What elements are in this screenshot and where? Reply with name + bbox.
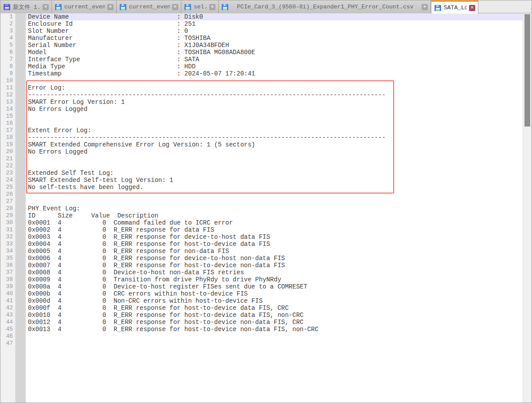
line-number: 42 (0, 304, 15, 312)
close-icon[interactable]: ✕ (422, 4, 428, 10)
tab-bar: 新文件 1.txt✕current_event.txt✕current_even… (0, 0, 532, 13)
text-editor-window: 新文件 1.txt✕current_event.txt✕current_even… (0, 0, 532, 403)
tab-label: 新文件 1.txt (13, 3, 40, 11)
close-icon[interactable]: ✕ (172, 4, 178, 10)
line-number: 8 (0, 63, 15, 70)
code-line (26, 77, 523, 84)
code-line: No Errors Logged (26, 106, 523, 113)
floppy-disk-saved-icon (184, 4, 192, 11)
code-line: Timestamp : 2024-05-07 17:20:41 (26, 70, 523, 77)
tab-2[interactable]: current_event.txt✕ (117, 0, 181, 13)
code-line: 0x0012 4 0 R_ERR response for host-to-de… (26, 319, 523, 326)
line-number: 39 (0, 283, 15, 290)
code-line: Enclosure Id : 251 (26, 20, 523, 28)
code-line: 0x0006 4 0 R_ERR response for device-to-… (26, 255, 523, 262)
line-number: 25 (0, 184, 15, 191)
line-number: 20 (0, 148, 15, 155)
code-line: Interface Type : SATA (26, 56, 523, 63)
line-number: 12 (0, 91, 15, 99)
code-line (26, 340, 523, 347)
code-line: Manufacturer : TOSHIBA (26, 35, 523, 42)
code-line: 0x0002 4 0 R_ERR response for data FIS (26, 226, 523, 233)
line-number: 6 (0, 49, 15, 56)
editor-area[interactable]: 1234567891011121314151617181920212223242… (0, 13, 532, 403)
line-number: 32 (0, 233, 15, 241)
line-number: 18 (0, 134, 15, 141)
line-number-gutter: 1234567891011121314151617181920212223242… (0, 13, 15, 403)
tab-3[interactable]: sel.tar✕ (181, 0, 219, 13)
code-line: PHY Event Log: (26, 205, 523, 212)
code-line (26, 198, 523, 205)
code-line (26, 113, 523, 120)
line-number: 16 (0, 120, 15, 127)
tab-1[interactable]: current_event.txt✕ (52, 0, 117, 13)
code-line: Extended Self Test Log: (26, 170, 523, 177)
floppy-disk-modified-icon (3, 4, 11, 11)
tab-4[interactable]: PCIe_Card_3_(9560-8i)_Expander1_PHY_Erro… (219, 0, 431, 13)
fold-margin (15, 13, 26, 403)
code-line: ID Size Value Description (26, 212, 523, 219)
code-line: SMART Error Log Version: 1 (26, 99, 523, 106)
line-number: 3 (0, 28, 15, 35)
line-number: 2 (0, 20, 15, 28)
line-number: 46 (0, 333, 15, 340)
line-number: 7 (0, 56, 15, 63)
close-icon[interactable]: ✕ (209, 4, 215, 10)
line-number: 43 (0, 312, 15, 319)
code-line (26, 120, 523, 127)
code-line: 0x0013 4 0 R_ERR response for host-to-de… (26, 326, 523, 333)
line-number: 26 (0, 191, 15, 198)
line-number: 27 (0, 198, 15, 205)
code-line: 0x0009 4 0 Transition from drive PhyRdy … (26, 276, 523, 283)
tab-0[interactable]: 新文件 1.txt✕ (0, 0, 52, 13)
code-line: 0x000d 4 0 Non-CRC errors within host-to… (26, 297, 523, 304)
code-line: 0x000b 4 0 CRC errors within host-to-dev… (26, 290, 523, 297)
line-number: 44 (0, 319, 15, 326)
tab-label: PCIe_Card_3_(9560-8i)_Expander1_PHY_Erro… (231, 4, 419, 10)
line-number: 1 (0, 13, 15, 20)
code-line: Device Name : Disk0 (26, 13, 523, 20)
code-line: 0x0004 4 0 R_ERR response for host-to-de… (26, 241, 523, 248)
code-line (26, 333, 523, 340)
code-line: 0x0007 4 0 R_ERR response for host-to-de… (26, 262, 523, 269)
line-number: 47 (0, 340, 15, 347)
text-content[interactable]: Device Name : Disk0Enclosure Id : 251Slo… (26, 13, 523, 403)
line-number: 22 (0, 162, 15, 170)
code-line (26, 191, 523, 198)
code-line: SMART Extended Comprehensive Error Log V… (26, 141, 523, 148)
tab-label: SATA_Log (444, 4, 467, 11)
close-icon[interactable]: ✕ (469, 5, 475, 11)
code-line: 0x0008 4 0 Device-to-host non-data FIS r… (26, 269, 523, 276)
tab-label: sel.tar (194, 4, 207, 10)
code-line: Serial Number : X1J0A34BFDEH (26, 42, 523, 49)
code-line: 0x000f 4 0 R_ERR response for host-to-de… (26, 304, 523, 312)
code-line: Slot Number : 0 (26, 28, 523, 35)
code-line: 0x0010 4 0 R_ERR response for host-to-de… (26, 312, 523, 319)
line-number: 13 (0, 99, 15, 106)
line-number: 5 (0, 42, 15, 49)
scrollbar-thumb[interactable] (524, 14, 530, 126)
floppy-disk-saved-icon (221, 4, 229, 11)
tab-active-5[interactable]: SATA_Log✕ (431, 0, 478, 14)
tab-label: current_event.txt (64, 4, 105, 10)
line-number: 40 (0, 290, 15, 297)
floppy-disk-saved-icon (55, 4, 62, 11)
code-line: 0x0001 4 0 Command failed due to ICRC er… (26, 219, 523, 226)
close-icon[interactable]: ✕ (43, 4, 49, 10)
line-number: 33 (0, 241, 15, 248)
line-number: 38 (0, 276, 15, 283)
line-number: 28 (0, 205, 15, 212)
code-line: No self-tests have been logged. (26, 184, 523, 191)
vertical-scrollbar[interactable] (523, 13, 532, 403)
code-line: 0x000a 4 0 Device-to-host register FISes… (26, 283, 523, 290)
line-number: 11 (0, 84, 15, 91)
line-number: 45 (0, 326, 15, 333)
line-number: 37 (0, 269, 15, 276)
close-icon[interactable]: ✕ (107, 4, 113, 10)
line-number: 30 (0, 219, 15, 226)
tab-label: current_event.txt (129, 4, 170, 10)
code-line: ----------------------------------------… (26, 91, 523, 99)
line-number: 17 (0, 127, 15, 134)
line-number: 10 (0, 77, 15, 84)
code-line: Media Type : HDD (26, 63, 523, 70)
